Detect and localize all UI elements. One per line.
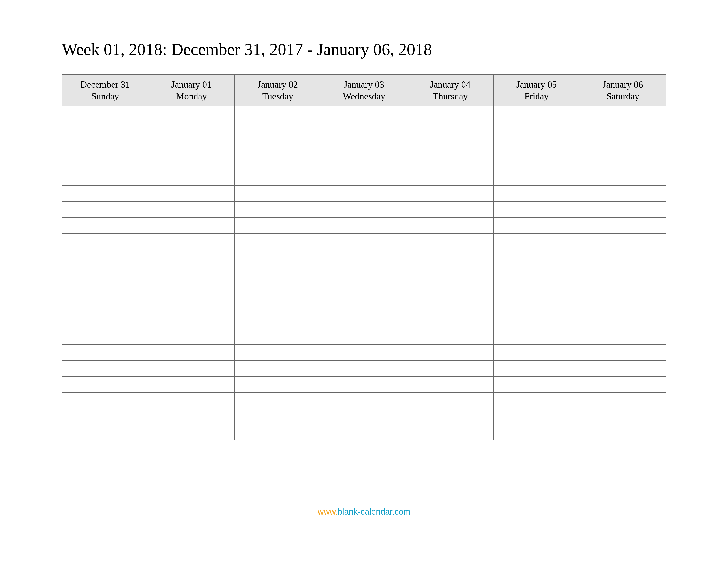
calendar-cell xyxy=(148,170,235,186)
calendar-header-row: December 31 Sunday January 01 Monday Jan… xyxy=(62,75,666,106)
calendar-cell xyxy=(493,154,580,170)
calendar-cell xyxy=(148,424,235,440)
calendar-cell xyxy=(235,154,321,170)
calendar-cell xyxy=(148,361,235,377)
calendar-cell xyxy=(407,424,493,440)
day-header-weekday: Sunday xyxy=(64,90,146,102)
calendar-cell xyxy=(407,138,493,154)
calendar-cell xyxy=(407,329,493,345)
calendar-row xyxy=(62,186,666,201)
day-header-weekday: Thursday xyxy=(409,90,492,102)
calendar-cell xyxy=(321,345,407,361)
calendar-cell xyxy=(580,345,666,361)
calendar-cell xyxy=(148,297,235,313)
calendar-cell xyxy=(493,424,580,440)
calendar-row xyxy=(62,361,666,377)
calendar-row xyxy=(62,170,666,186)
calendar-cell xyxy=(580,106,666,122)
calendar-cell xyxy=(407,361,493,377)
calendar-cell xyxy=(493,233,580,249)
calendar-row xyxy=(62,106,666,122)
day-header-weekday: Saturday xyxy=(582,90,664,102)
calendar-cell xyxy=(148,392,235,408)
calendar-cell xyxy=(493,377,580,392)
calendar-cell xyxy=(148,201,235,217)
calendar-body xyxy=(62,106,666,440)
calendar-row xyxy=(62,408,666,424)
calendar-cell xyxy=(235,217,321,233)
calendar-cell xyxy=(580,265,666,281)
calendar-cell xyxy=(62,424,148,440)
calendar-cell xyxy=(62,345,148,361)
calendar-cell xyxy=(321,329,407,345)
calendar-cell xyxy=(148,186,235,201)
day-header-wednesday: January 03 Wednesday xyxy=(321,75,407,106)
calendar-cell xyxy=(407,313,493,329)
calendar-cell xyxy=(580,154,666,170)
calendar-cell xyxy=(580,249,666,265)
calendar-cell xyxy=(493,313,580,329)
calendar-cell xyxy=(321,154,407,170)
calendar-cell xyxy=(321,297,407,313)
calendar-cell xyxy=(148,249,235,265)
calendar-cell xyxy=(62,122,148,138)
calendar-cell xyxy=(321,233,407,249)
calendar-cell xyxy=(235,345,321,361)
calendar-cell xyxy=(493,170,580,186)
calendar-cell xyxy=(235,201,321,217)
calendar-cell xyxy=(580,313,666,329)
calendar-cell xyxy=(493,329,580,345)
day-header-thursday: January 04 Thursday xyxy=(407,75,493,106)
calendar-cell xyxy=(148,106,235,122)
calendar-cell xyxy=(235,392,321,408)
calendar-cell xyxy=(493,265,580,281)
calendar-cell xyxy=(407,297,493,313)
calendar-cell xyxy=(148,265,235,281)
calendar-cell xyxy=(62,249,148,265)
calendar-row xyxy=(62,233,666,249)
calendar-row xyxy=(62,265,666,281)
calendar-cell xyxy=(62,170,148,186)
calendar-row xyxy=(62,424,666,440)
calendar-cell xyxy=(235,329,321,345)
calendar-cell xyxy=(321,408,407,424)
calendar-cell xyxy=(580,297,666,313)
calendar-cell xyxy=(407,122,493,138)
calendar-cell xyxy=(62,361,148,377)
calendar-cell xyxy=(321,217,407,233)
calendar-cell xyxy=(493,281,580,297)
calendar-row xyxy=(62,377,666,392)
calendar-cell xyxy=(493,122,580,138)
calendar-cell xyxy=(235,106,321,122)
calendar-row xyxy=(62,122,666,138)
calendar-cell xyxy=(407,377,493,392)
calendar-cell xyxy=(235,377,321,392)
calendar-cell xyxy=(321,424,407,440)
day-header-weekday: Tuesday xyxy=(236,90,319,102)
calendar-cell xyxy=(62,281,148,297)
calendar-cell xyxy=(321,122,407,138)
calendar-row xyxy=(62,281,666,297)
calendar-row xyxy=(62,345,666,361)
footer-link[interactable]: www.blank-calendar.com xyxy=(0,507,728,517)
calendar-cell xyxy=(407,154,493,170)
calendar-cell xyxy=(493,345,580,361)
calendar-row xyxy=(62,329,666,345)
calendar-row xyxy=(62,217,666,233)
weekly-calendar-page: Week 01, 2018: December 31, 2017 - Janua… xyxy=(0,0,728,440)
calendar-cell xyxy=(580,201,666,217)
calendar-cell xyxy=(493,186,580,201)
day-header-saturday: January 06 Saturday xyxy=(580,75,666,106)
calendar-cell xyxy=(580,138,666,154)
calendar-cell xyxy=(62,201,148,217)
calendar-cell xyxy=(321,249,407,265)
calendar-cell xyxy=(580,361,666,377)
calendar-cell xyxy=(235,138,321,154)
calendar-cell xyxy=(148,233,235,249)
calendar-cell xyxy=(148,122,235,138)
day-header-weekday: Wednesday xyxy=(323,90,405,102)
calendar-cell xyxy=(148,377,235,392)
calendar-cell xyxy=(148,329,235,345)
calendar-cell xyxy=(62,313,148,329)
calendar-cell xyxy=(407,217,493,233)
